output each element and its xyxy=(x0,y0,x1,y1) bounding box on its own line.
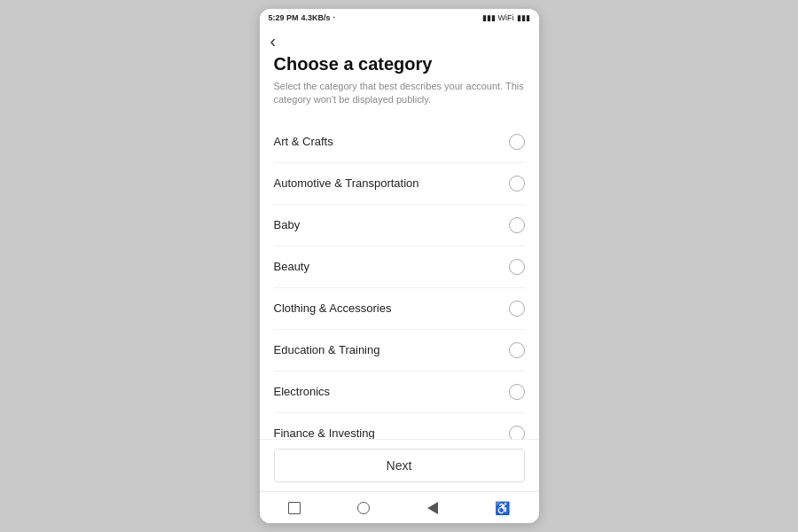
radio-button[interactable] xyxy=(509,384,525,400)
status-speed: 4.3KB/s xyxy=(301,13,331,22)
nav-square-icon[interactable] xyxy=(288,502,301,514)
category-item[interactable]: Art & Crafts xyxy=(274,121,525,163)
content-area: Choose a category Select the category th… xyxy=(260,54,539,439)
radio-button[interactable] xyxy=(509,426,525,439)
radio-button[interactable] xyxy=(509,134,525,150)
category-item[interactable]: Clothing & Accessories xyxy=(274,288,525,330)
category-label: Art & Crafts xyxy=(274,135,333,148)
category-label: Automotive & Transportation xyxy=(274,176,419,190)
phone-frame: 5:29 PM 4.3KB/s · ▮▮▮ WiFi ▮▮▮ ‹ Choose … xyxy=(260,9,539,523)
category-label: Finance & Investing xyxy=(274,426,375,439)
category-item[interactable]: Beauty xyxy=(274,246,525,288)
category-label: Education & Training xyxy=(274,343,380,356)
nav-person-icon[interactable]: ♿ xyxy=(495,501,510,515)
page-title: Choose a category xyxy=(274,54,525,74)
category-item[interactable]: Automotive & Transportation xyxy=(274,163,525,205)
battery-icon: ▮▮▮ xyxy=(517,13,530,22)
bottom-nav: ♿ xyxy=(260,491,539,523)
radio-button[interactable] xyxy=(509,301,525,317)
radio-button[interactable] xyxy=(509,259,525,275)
category-item[interactable]: Education & Training xyxy=(274,330,525,372)
category-list: Art & CraftsAutomotive & TransportationB… xyxy=(274,121,525,439)
status-dot: · xyxy=(333,13,336,22)
back-button[interactable]: ‹ xyxy=(270,32,277,50)
next-button[interactable]: Next xyxy=(274,449,525,482)
status-bar: 5:29 PM 4.3KB/s · ▮▮▮ WiFi ▮▮▮ xyxy=(260,9,539,27)
category-item[interactable]: Electronics xyxy=(274,372,525,413)
back-bar: ‹ xyxy=(260,27,539,54)
status-time: 5:29 PM xyxy=(269,13,299,22)
next-bar: Next xyxy=(260,439,539,491)
category-item[interactable]: Baby xyxy=(274,205,525,246)
category-label: Baby xyxy=(274,218,301,231)
radio-button[interactable] xyxy=(509,176,525,192)
category-item[interactable]: Finance & Investing xyxy=(274,413,525,439)
status-right: ▮▮▮ WiFi ▮▮▮ xyxy=(482,13,530,22)
nav-circle-icon[interactable] xyxy=(357,502,370,514)
wifi-icon: WiFi xyxy=(498,13,514,22)
category-label: Beauty xyxy=(274,260,309,273)
radio-button[interactable] xyxy=(509,217,525,233)
nav-back-icon[interactable] xyxy=(427,502,438,514)
signal-icon: ▮▮▮ xyxy=(482,13,496,22)
status-left: 5:29 PM 4.3KB/s · xyxy=(269,13,336,22)
radio-button[interactable] xyxy=(509,342,525,358)
page-subtitle: Select the category that best describes … xyxy=(274,80,525,107)
category-label: Clothing & Accessories xyxy=(274,301,392,315)
category-label: Electronics xyxy=(274,385,331,398)
